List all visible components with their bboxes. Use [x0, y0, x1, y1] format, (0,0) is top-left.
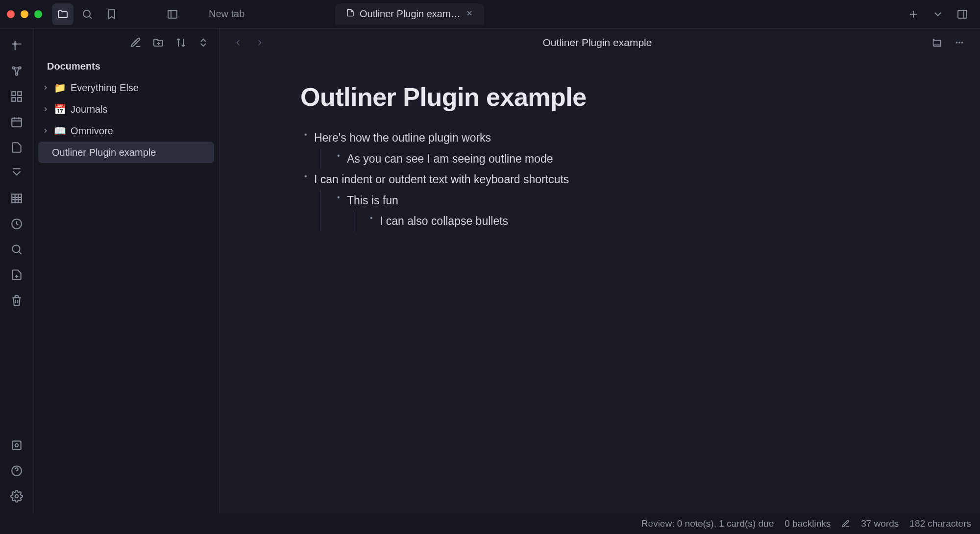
document-title[interactable]: Outliner Plugin example [300, 82, 980, 112]
templates-icon[interactable] [5, 264, 28, 286]
file-icon [346, 8, 355, 20]
status-edit-icon[interactable] [841, 519, 850, 528]
svg-point-0 [83, 10, 90, 17]
svg-rect-10 [18, 97, 22, 101]
outline-item[interactable]: Here's how the outline plugin worksAs yo… [300, 127, 980, 169]
chevron-right-icon[interactable] [40, 127, 51, 134]
status-bar: Review: 0 note(s), 1 card(s) due 0 backl… [0, 513, 980, 534]
outline-item[interactable]: As you can see I am seeing outline mode [333, 148, 980, 170]
tree-item[interactable]: Outliner Plugin example [38, 142, 214, 163]
file-sidebar: Documents 📁Everything Else📅Journals📖Omni… [33, 28, 220, 513]
svg-rect-2 [958, 10, 967, 18]
svg-point-19 [956, 42, 958, 44]
sidebar-toolbar [33, 28, 219, 57]
graph-view-icon[interactable] [5, 60, 28, 82]
tree-item[interactable]: 📁Everything Else [38, 77, 214, 98]
tab-label: New tab [209, 8, 245, 20]
window-controls [7, 10, 42, 18]
svg-point-20 [958, 42, 960, 44]
tree-item[interactable]: 📖Omnivore [38, 120, 214, 142]
tab-outliner[interactable]: Outliner Plugin exam… [335, 3, 484, 25]
tab-new[interactable]: New tab [198, 3, 335, 25]
collapse-all-icon[interactable] [193, 32, 214, 53]
maximize-window-button[interactable] [34, 10, 42, 18]
close-window-button[interactable] [7, 10, 15, 18]
svg-rect-7 [12, 92, 16, 96]
nav-forward-icon[interactable] [252, 35, 268, 50]
svg-rect-15 [12, 441, 21, 449]
tree-item-label: Outliner Plugin example [52, 147, 156, 158]
tab-label: Outliner Plugin exam… [360, 8, 461, 20]
reading-mode-icon[interactable] [927, 33, 947, 52]
svg-point-3 [14, 43, 16, 45]
trash-icon[interactable] [5, 289, 28, 312]
folder-emoji: 📁 [54, 82, 68, 94]
sync-icon[interactable] [5, 213, 28, 235]
editor-pane: Outliner Plugin example Outliner Plugin … [220, 28, 980, 513]
editor-title[interactable]: Outliner Plugin example [273, 37, 921, 49]
sidebar-section-title: Documents [33, 57, 219, 77]
svg-rect-8 [18, 92, 22, 96]
status-backlinks[interactable]: 0 backlinks [784, 518, 831, 529]
vault-icon[interactable] [5, 434, 28, 457]
activity-bar [0, 28, 33, 513]
tree-item-label: Everything Else [71, 82, 139, 94]
right-sidebar-toggle-icon[interactable] [952, 3, 973, 25]
svg-point-16 [15, 444, 18, 447]
status-chars[interactable]: 182 characters [909, 518, 971, 529]
chevron-right-icon[interactable] [40, 106, 51, 113]
bookmark-icon[interactable] [101, 3, 122, 25]
outline-item[interactable]: This is funI can also collapse bullets [333, 190, 980, 232]
tree-item[interactable]: 📅Journals [38, 98, 214, 120]
outline-item[interactable]: I can indent or outdent text with keyboa… [300, 169, 980, 232]
daily-note-icon[interactable] [5, 111, 28, 133]
new-note-icon[interactable] [125, 32, 147, 53]
folder-emoji: 📖 [54, 125, 68, 137]
new-folder-icon[interactable] [147, 32, 169, 53]
editor-header: Outliner Plugin example [220, 28, 980, 57]
command-icon[interactable] [5, 162, 28, 184]
tree-item-label: Omnivore [71, 125, 113, 137]
tab-bar: New tab Outliner Plugin exam… [198, 3, 903, 25]
status-words[interactable]: 37 words [861, 518, 899, 529]
folder-emoji: 📅 [54, 103, 68, 115]
file-tree: 📁Everything Else📅Journals📖OmnivoreOutlin… [33, 77, 219, 163]
outline-content[interactable]: Here's how the outline plugin worksAs yo… [300, 127, 980, 232]
svg-rect-11 [12, 118, 22, 126]
settings-icon[interactable] [5, 485, 28, 508]
more-options-icon[interactable] [950, 33, 969, 52]
new-tab-icon[interactable] [903, 3, 924, 25]
svg-point-6 [15, 73, 17, 75]
svg-point-21 [961, 42, 963, 44]
close-tab-icon[interactable] [466, 8, 473, 20]
svg-point-14 [12, 245, 20, 252]
sidebar-toggle-icon[interactable] [162, 3, 183, 25]
svg-rect-1 [168, 10, 177, 18]
documents-icon[interactable] [5, 136, 28, 159]
quick-switcher-icon[interactable] [5, 34, 28, 57]
outline-item[interactable]: I can also collapse bullets [366, 211, 980, 232]
titlebar: New tab Outliner Plugin exam… [0, 0, 980, 28]
svg-rect-9 [12, 97, 16, 101]
tree-item-label: Journals [71, 104, 108, 115]
minimize-window-button[interactable] [21, 10, 28, 18]
svg-rect-12 [12, 194, 22, 202]
editor-content[interactable]: Outliner Plugin example Here's how the o… [220, 57, 980, 513]
nav-back-icon[interactable] [230, 35, 246, 50]
canvas-icon[interactable] [5, 85, 28, 108]
table-icon[interactable] [5, 187, 28, 210]
sort-icon[interactable] [170, 32, 192, 53]
svg-point-18 [15, 495, 18, 498]
file-explorer-icon[interactable] [52, 3, 74, 25]
search-pane-icon[interactable] [5, 238, 28, 261]
chevron-right-icon[interactable] [40, 84, 51, 91]
search-icon[interactable] [76, 3, 98, 25]
help-icon[interactable] [5, 460, 28, 482]
status-review[interactable]: Review: 0 note(s), 1 card(s) due [641, 518, 774, 529]
tab-dropdown-icon[interactable] [927, 3, 949, 25]
